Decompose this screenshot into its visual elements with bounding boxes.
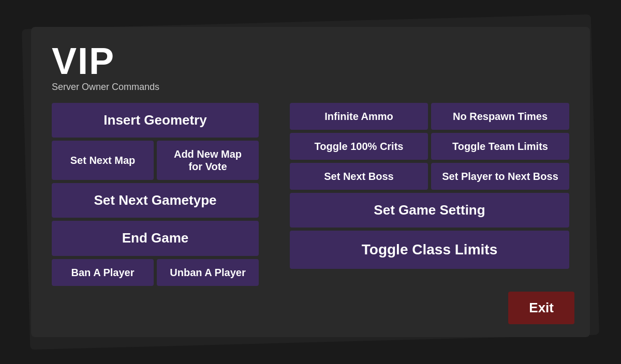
header: VIP Server Owner Commands [52, 42, 569, 93]
set-game-setting-button[interactable]: Set Game Setting [290, 193, 569, 228]
infinite-ammo-button[interactable]: Infinite Ammo [290, 103, 428, 130]
exit-button[interactable]: Exit [508, 292, 574, 324]
map-row: Set Next Map Add New Map for Vote [52, 141, 259, 180]
page-title: VIP [52, 42, 569, 80]
ammo-respawn-row: Infinite Ammo No Respawn Times [290, 103, 569, 130]
left-panel: Insert Geometry Set Next Map Add New Map… [52, 103, 259, 286]
page-subtitle: Server Owner Commands [52, 82, 569, 93]
set-player-next-boss-button[interactable]: Set Player to Next Boss [431, 163, 569, 190]
add-new-map-button[interactable]: Add New Map for Vote [157, 141, 259, 180]
unban-player-button[interactable]: Unban A Player [157, 259, 259, 286]
set-next-boss-button[interactable]: Set Next Boss [290, 163, 428, 190]
boss-row: Set Next Boss Set Player to Next Boss [290, 163, 569, 190]
no-respawn-times-button[interactable]: No Respawn Times [431, 103, 569, 130]
right-panel: Infinite Ammo No Respawn Times Toggle 10… [290, 103, 569, 286]
end-game-button[interactable]: End Game [52, 221, 259, 255]
outer-card: VIP Server Owner Commands Insert Geometr… [22, 14, 599, 350]
toggle-100-crits-button[interactable]: Toggle 100% Crits [290, 133, 428, 160]
ban-row: Ban A Player Unban A Player [52, 259, 259, 286]
crits-team-row: Toggle 100% Crits Toggle Team Limits [290, 133, 569, 160]
inner-card: VIP Server Owner Commands Insert Geometr… [31, 27, 590, 337]
insert-geometry-button[interactable]: Insert Geometry [52, 103, 259, 138]
content-area: Insert Geometry Set Next Map Add New Map… [52, 103, 569, 286]
set-next-map-button[interactable]: Set Next Map [52, 141, 154, 180]
toggle-team-limits-button[interactable]: Toggle Team Limits [431, 133, 569, 160]
ban-player-button[interactable]: Ban A Player [52, 259, 154, 286]
toggle-class-limits-button[interactable]: Toggle Class Limits [290, 231, 569, 269]
set-next-gametype-button[interactable]: Set Next Gametype [52, 183, 259, 218]
